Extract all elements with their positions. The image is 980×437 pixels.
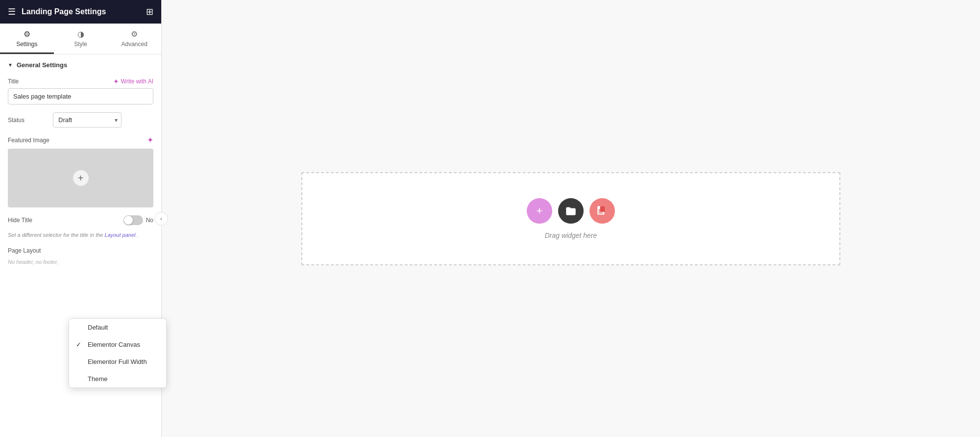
featured-image-group: Featured Image ✦ + — [0, 131, 161, 211]
footer-hint: No header, no footer, — [0, 258, 161, 269]
settings-tab-icon: ⚙ — [24, 29, 30, 39]
featured-image-header: Featured Image ✦ — [8, 135, 153, 145]
sidebar-header: ☰ Landing Page Settings ⊞ — [0, 0, 161, 24]
footer-hint-text: No header, no footer, — [8, 259, 58, 265]
tab-settings[interactable]: ⚙ Settings — [0, 24, 54, 54]
tab-style[interactable]: ◑ Style — [54, 24, 108, 54]
page-layout-label: Page Layout — [8, 247, 47, 254]
style-tab-icon: ◑ — [77, 29, 84, 39]
section-collapse-arrow[interactable]: ▼ — [8, 62, 13, 68]
main-canvas: + Drag widget here — [162, 0, 980, 437]
dropdown-item-theme[interactable]: Theme — [69, 370, 166, 387]
news-icon[interactable] — [589, 198, 615, 224]
toggle-knob — [124, 216, 133, 225]
status-field-group: Status Draft Published Private ▾ — [0, 108, 161, 131]
sidebar-header-left: ☰ Landing Page Settings — [8, 6, 106, 17]
image-upload-plus-icon: + — [73, 170, 89, 186]
title-field-row: Title ✦ Write with AI — [8, 77, 153, 85]
dropdown-item-elementor-canvas[interactable]: ✓ Elementor Canvas — [69, 336, 166, 353]
tab-settings-label: Settings — [16, 41, 37, 48]
section-title: General Settings — [17, 61, 67, 69]
dropdown-item-elementor-full-width-label: Elementor Full Width — [88, 358, 147, 365]
featured-image-ai-icon[interactable]: ✦ — [147, 135, 153, 145]
status-select[interactable]: Draft Published Private — [53, 112, 122, 128]
drop-zone-icons: + — [527, 198, 615, 224]
status-select-wrapper: Draft Published Private ▾ — [53, 112, 122, 128]
hint-suffix: . — [137, 232, 139, 238]
dropdown-item-theme-label: Theme — [88, 375, 107, 383]
write-with-ai-label: Write with AI — [121, 78, 153, 85]
drag-widget-label: Drag widget here — [545, 231, 597, 239]
tab-advanced-label: Advanced — [121, 41, 147, 48]
page-layout-dropdown: Default ✓ Elementor Canvas Elementor Ful… — [69, 318, 167, 388]
layout-panel-link[interactable]: Layout panel — [105, 232, 136, 238]
dropdown-item-default[interactable]: Default — [69, 319, 166, 336]
advanced-tab-icon: ⚙ — [131, 29, 138, 39]
grid-icon[interactable]: ⊞ — [146, 6, 153, 17]
tab-style-label: Style — [74, 41, 87, 48]
sparkle-icon: ✦ — [113, 77, 119, 85]
check-elementor-canvas: ✓ — [76, 341, 84, 348]
folder-icon[interactable] — [558, 198, 584, 224]
status-label: Status — [8, 117, 47, 124]
sidebar-title: Landing Page Settings — [22, 7, 106, 16]
dropdown-item-elementor-full-width[interactable]: Elementor Full Width — [69, 353, 166, 370]
dropdown-item-default-label: Default — [88, 324, 108, 331]
hide-title-toggle-wrapper: No — [123, 215, 153, 225]
page-layout-row: Page Layout — [0, 243, 161, 258]
add-widget-button[interactable]: + — [527, 198, 552, 224]
sidebar-collapse-button[interactable]: ‹ — [154, 212, 168, 226]
featured-image-label: Featured Image — [8, 137, 49, 144]
hide-title-label: Hide Title — [8, 217, 32, 224]
sidebar: ☰ Landing Page Settings ⊞ ⚙ Settings ◑ S… — [0, 0, 162, 437]
general-settings-section: ▼ General Settings — [0, 54, 161, 74]
title-label: Title — [8, 78, 19, 85]
hamburger-icon[interactable]: ☰ — [8, 6, 16, 17]
write-with-ai-button[interactable]: ✦ Write with AI — [113, 77, 153, 85]
title-input[interactable] — [8, 88, 153, 104]
hide-title-value: No — [146, 217, 153, 224]
image-upload-box[interactable]: + — [8, 149, 153, 207]
tabs-bar: ⚙ Settings ◑ Style ⚙ Advanced — [0, 24, 161, 54]
tab-advanced[interactable]: ⚙ Advanced — [107, 24, 161, 54]
title-field-group: Title ✦ Write with AI — [0, 74, 161, 108]
hint-text: Set a different selector for the title i… — [0, 229, 161, 243]
dropdown-item-elementor-canvas-label: Elementor Canvas — [88, 341, 140, 348]
hide-title-toggle[interactable] — [123, 215, 143, 225]
hide-title-row: Hide Title No — [0, 211, 161, 229]
drop-zone: + Drag widget here — [301, 172, 840, 265]
hint-text-content: Set a different selector for the title i… — [8, 232, 103, 238]
